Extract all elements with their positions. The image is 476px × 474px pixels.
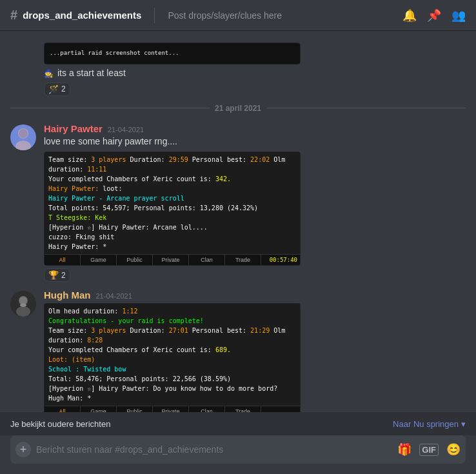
screenshot-line: T Steegske: Kek: [48, 213, 296, 222]
bell-icon[interactable]: 🔔: [402, 8, 417, 23]
screenshot-line: Hugh Man: *: [48, 393, 296, 403]
screenshot-line: cuzzo: Fking shit: [48, 232, 296, 242]
timestamp: 21-04-2021: [108, 126, 144, 133]
messages-area: ...partial raid screenshot content... 🧙 …: [0, 31, 476, 412]
reaction-emoji: 🪄: [48, 84, 59, 94]
top-message-text: its a start at least: [57, 68, 126, 78]
game-tab-trade: Trade: [225, 406, 261, 412]
message-input-bar[interactable]: + 🎁 GIF 😊: [10, 435, 466, 464]
game-tab-bar: All Game Public Private Clan Trade 00:57…: [45, 254, 300, 265]
game-tab-private: Private: [153, 255, 189, 265]
screenshot-line: Hairy Pawter: loot:: [48, 184, 296, 193]
jump-label: Naar Nu springen: [393, 419, 459, 429]
input-icons: 🎁 GIF 😊: [397, 442, 461, 457]
game-tab-clan: Clan: [189, 255, 225, 265]
screenshot-lines: Olm head duration: 1:12 Congratulations …: [45, 304, 300, 406]
message-content: ...partial raid screenshot content... 🧙 …: [44, 39, 466, 96]
screenshot-line: Hairy Pawter - Arcane prayer scroll: [48, 193, 296, 203]
reaction[interactable]: 🏆 2: [44, 268, 70, 282]
message-content: Hairy Pawter 21-04-2021 love me some hai…: [44, 123, 466, 282]
game-screenshot: Team size: 3 players Duration: 29:59 Per…: [44, 152, 301, 266]
message-input[interactable]: [36, 444, 392, 455]
message-text: love me some hairy pawter rng....: [44, 135, 466, 148]
svg-point-7: [20, 303, 26, 307]
channel-hash-icon: #: [10, 8, 17, 23]
gif-icon[interactable]: GIF: [419, 444, 439, 456]
game-tab-public: Public: [117, 255, 153, 265]
message-header: Hairy Pawter 21-04-2021: [44, 123, 466, 134]
screenshot-line: Team size: 3 players Duration: 27:01 Per…: [48, 326, 296, 345]
members-icon[interactable]: 👥: [451, 8, 466, 23]
screenshot-content: ...partial raid screenshot content...: [45, 43, 300, 64]
game-tab-game: Game: [81, 406, 117, 412]
svg-point-1: [15, 141, 31, 150]
screenshot-line: Team size: 3 players Duration: 29:59 Per…: [48, 155, 296, 174]
screenshot-line: School : Twisted bow: [48, 364, 296, 374]
add-content-button[interactable]: +: [15, 442, 31, 457]
message-header: Hugh Man 21-04-2021: [44, 290, 466, 301]
screenshot-line: Your completed Chambers of Xeric count i…: [48, 174, 296, 184]
pin-icon[interactable]: 📌: [427, 8, 441, 23]
game-screenshot: Olm head duration: 1:12 Congratulations …: [44, 303, 301, 412]
game-tab-private: Private: [153, 406, 189, 412]
avatar: [10, 291, 36, 317]
screenshot-line: Total: 58,476; Personal points: 22,566 (…: [48, 374, 296, 384]
list-item: Hugh Man 21-04-2021 Olm head duration: 1…: [0, 284, 476, 412]
game-tab-game: Game: [81, 255, 117, 265]
gift-icon[interactable]: 🎁: [397, 442, 412, 457]
timestamp: 21-04-2021: [96, 292, 132, 300]
jump-to-now-button[interactable]: Naar Nu springen ▾: [393, 419, 466, 429]
username: Hairy Pawter: [44, 123, 103, 134]
header-icons: 🔔 📌 👥: [402, 8, 466, 23]
game-tab-all: All: [45, 406, 81, 412]
avatar-small-icon: 🧙: [44, 69, 54, 78]
avatar: [10, 124, 36, 150]
svg-point-2: [19, 129, 28, 138]
channel-name: drops_and_achievements: [23, 10, 141, 21]
screenshot-time: 00:57:40: [261, 255, 300, 265]
screenshot-line: Your completed Chambers of Xeric count i…: [48, 345, 296, 355]
screenshot-line: Total points: 54,597; Personal points: 1…: [48, 203, 296, 213]
older-messages-text: Je bekijkt oudere berichten: [10, 419, 110, 429]
screenshot-line: Congratulations - your raid is complete!: [48, 316, 296, 326]
screenshot-line: Olm head duration: 1:12: [48, 306, 296, 316]
date-divider-text: 21 april 2021: [215, 104, 261, 113]
message-text: its a start at least: [57, 67, 126, 80]
reaction-count: 2: [61, 84, 66, 94]
list-item: ...partial raid screenshot content... 🧙 …: [0, 36, 476, 99]
channel-header: # drops_and_achievements Post drops/slay…: [0, 0, 476, 31]
message-content: Hugh Man 21-04-2021 Olm head duration: 1…: [44, 290, 466, 412]
chevron-down-icon: ▾: [461, 419, 466, 429]
date-divider: 21 april 2021: [0, 99, 476, 118]
reaction[interactable]: 🪄 2: [44, 83, 70, 96]
reaction-emoji: 🏆: [48, 270, 59, 280]
username: Hugh Man: [44, 290, 91, 301]
screenshot-line: [Hyperion ☆] Hairy Pawter: Do you know h…: [48, 384, 296, 393]
header-divider: [154, 8, 155, 23]
reaction-count: 2: [61, 271, 66, 280]
screenshot-partial-line: ...partial raid screenshot content...: [50, 49, 179, 58]
game-tab-bar: All Game Public Private Clan Trade: [45, 406, 300, 412]
older-messages-bar[interactable]: Je bekijkt oudere berichten Naar Nu spri…: [0, 412, 476, 435]
svg-point-5: [16, 306, 30, 317]
screenshot-line: [Hyperion ☆] Hairy Pawter: Arcane lol...…: [48, 222, 296, 232]
divider-line: [10, 108, 210, 108]
screenshot-time-placeholder: [261, 406, 300, 412]
screenshot-line: Loot: (item): [48, 355, 296, 364]
game-tab-public: Public: [117, 406, 153, 412]
emoji-icon[interactable]: 😊: [446, 442, 461, 457]
divider-line-right: [266, 108, 466, 108]
game-tab-trade: Trade: [225, 255, 261, 265]
channel-topic: Post drops/slayer/clues here: [168, 10, 282, 21]
game-screenshot: ...partial raid screenshot content...: [44, 43, 301, 64]
screenshot-line: Hairy Pawter: *: [48, 242, 296, 252]
screenshot-lines: Team size: 3 players Duration: 29:59 Per…: [45, 152, 300, 254]
list-item: Hairy Pawter 21-04-2021 love me some hai…: [0, 118, 476, 285]
game-tab-all: All: [45, 255, 81, 265]
game-tab-clan: Clan: [189, 406, 225, 412]
